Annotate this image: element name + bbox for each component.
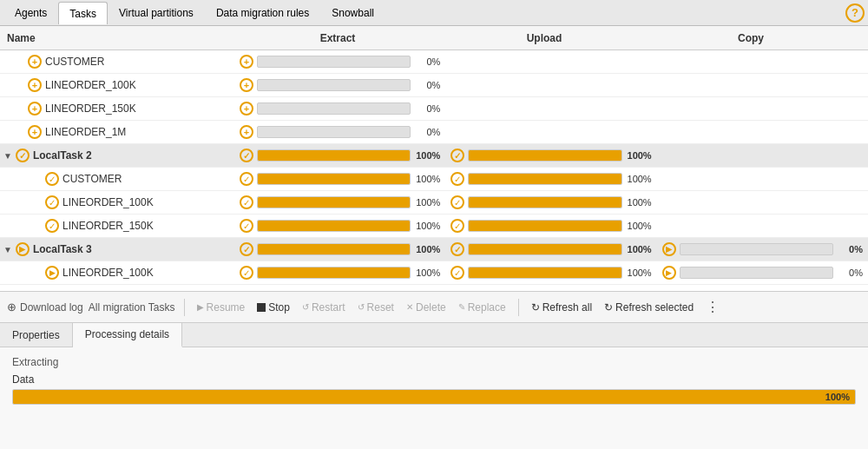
play-icon: ▶ — [662, 242, 676, 256]
progress-pct: 100% — [628, 221, 652, 231]
delete-button[interactable]: ✕ Delete — [403, 300, 450, 315]
more-options-button[interactable]: ⋮ — [706, 299, 720, 315]
plus-icon[interactable]: + — [28, 78, 42, 92]
progress-container: 100% — [468, 243, 651, 255]
table-row: + LINEORDER_1M + 0% — [0, 121, 868, 144]
extract-cell: ✓ 100% — [234, 149, 445, 162]
reset-icon: ↺ — [358, 302, 365, 312]
progress-container: 0% — [257, 126, 440, 138]
upload-cell: ✓ 100% — [445, 266, 656, 280]
progress-bar-wrap — [468, 243, 621, 255]
table-body: + CUSTOMER + 0% + — [0, 50, 868, 291]
row-name-cell: + LINEORDER_100K — [0, 78, 234, 92]
tab-tasks[interactable]: Tasks — [58, 2, 108, 24]
plus-icon[interactable]: + — [240, 102, 253, 116]
stop-icon — [257, 303, 266, 312]
progress-pct: 100% — [628, 267, 652, 278]
extract-cell: ✓ 100% — [234, 172, 445, 186]
row-label: CUSTOMER — [45, 56, 104, 68]
expand-icon[interactable]: ▼ — [3, 151, 12, 161]
row-name-cell: ✓ LINEORDER_100K — [0, 195, 234, 209]
progress-container: 100% — [257, 267, 440, 279]
upload-cell: ✓ 100% — [445, 172, 656, 186]
tab-virtual-partitions[interactable]: Virtual partitions — [108, 2, 205, 24]
toolbar: ⊕ Download log All migration Tasks ▶ Res… — [0, 292, 868, 323]
row-label: LINEORDER_150K — [45, 102, 136, 115]
stop-label: Stop — [268, 301, 290, 314]
replace-button[interactable]: ✎ Replace — [455, 300, 510, 315]
progress-container: 100% — [468, 220, 651, 232]
plus-icon[interactable]: + — [28, 102, 42, 116]
progress-bar-fill — [258, 221, 410, 231]
help-icon[interactable]: ? — [845, 3, 865, 23]
row-label: CUSTOMER — [62, 173, 122, 185]
row-label: LINEORDER_100K — [45, 79, 136, 91]
progress-bar-wrap — [257, 173, 411, 185]
plus-icon[interactable]: + — [28, 125, 42, 139]
row-name-cell: + CUSTOMER — [0, 55, 234, 69]
plus-icon[interactable]: + — [240, 125, 253, 139]
stop-button[interactable]: Stop — [253, 300, 293, 315]
bottom-content: Extracting Data 100% — [0, 347, 868, 449]
reset-label: Reset — [367, 301, 394, 314]
progress-pct: 100% — [416, 174, 440, 184]
replace-label: Replace — [468, 301, 506, 314]
extract-cell: + 0% — [234, 55, 445, 69]
tab-data-migration-rules[interactable]: Data migration rules — [205, 2, 320, 24]
check-icon: ✓ — [240, 149, 253, 162]
progress-bar-wrap — [468, 220, 621, 232]
download-log-label: Download log — [20, 301, 83, 314]
tab-agents[interactable]: Agents — [3, 2, 58, 24]
progress-container: 100% — [257, 173, 440, 185]
tab-properties[interactable]: Properties — [0, 323, 73, 347]
check-icon: ✓ — [450, 266, 464, 280]
restart-icon: ↺ — [302, 302, 309, 312]
progress-container: 0% — [680, 243, 863, 255]
upload-cell: ✓ 100% — [445, 149, 656, 162]
progress-bar-fill — [258, 174, 410, 184]
row-label: LocalTask 2 — [33, 149, 92, 162]
progress-bar-wrap — [257, 79, 411, 91]
table-row-group: ▼ ▶ LocalTask 3 ✓ 100% ✓ — [0, 238, 868, 261]
row-name-cell: ▶ LINEORDER_100K — [0, 266, 234, 280]
progress-pct: 0% — [838, 267, 863, 278]
row-name-cell: ▼ ▶ LocalTask 3 — [0, 242, 234, 256]
progress-container: 100% — [257, 149, 440, 162]
progress-bar-fill — [258, 197, 410, 208]
progress-container: 0% — [257, 102, 440, 115]
row-name-cell: + LINEORDER_1M — [0, 125, 234, 139]
table-header: Name Extract Upload Copy — [0, 26, 868, 50]
plus-icon[interactable]: + — [240, 55, 253, 69]
progress-bar-wrap — [257, 243, 411, 255]
plus-icon[interactable]: + — [28, 55, 42, 69]
progress-bar-wrap — [680, 243, 833, 255]
tab-processing-details[interactable]: Processing details — [73, 323, 182, 347]
reset-button[interactable]: ↺ Reset — [354, 300, 398, 315]
table-row: ▶ LINEORDER_100K ✓ 100% ✓ — [0, 261, 868, 285]
progress-bar-fill — [258, 244, 410, 254]
progress-pct: 100% — [628, 197, 652, 208]
download-log-button[interactable]: ⊕ Download log — [7, 300, 83, 314]
col-copy: Copy — [648, 32, 854, 44]
progress-bar-wrap — [468, 149, 621, 162]
check-icon: ✓ — [16, 149, 30, 162]
refresh-all-button[interactable]: ↻ Refresh all — [528, 300, 595, 315]
progress-bar-fill — [258, 267, 410, 278]
resume-button[interactable]: ▶ Resume — [194, 300, 249, 315]
plus-icon[interactable]: + — [240, 78, 253, 92]
all-migration-label: All migration Tasks — [89, 301, 175, 314]
progress-bar-wrap — [257, 126, 411, 138]
check-icon: ✓ — [450, 195, 464, 209]
restart-button[interactable]: ↺ Restart — [299, 300, 349, 315]
row-label: LINEORDER_150K — [62, 220, 154, 232]
download-icon: ⊕ — [7, 300, 16, 314]
progress-container: 100% — [468, 149, 651, 162]
refresh-selected-button[interactable]: ↻ Refresh selected — [601, 300, 697, 315]
expand-icon[interactable]: ▼ — [3, 245, 12, 254]
row-name-cell: ✓ LINEORDER_150K — [0, 219, 234, 233]
row-label: LINEORDER_1M — [45, 126, 126, 138]
tab-snowball[interactable]: Snowball — [320, 2, 385, 24]
refresh-all-label: Refresh all — [542, 301, 592, 314]
progress-bar-wrap — [257, 196, 411, 208]
progress-bar-wrap — [257, 267, 411, 279]
